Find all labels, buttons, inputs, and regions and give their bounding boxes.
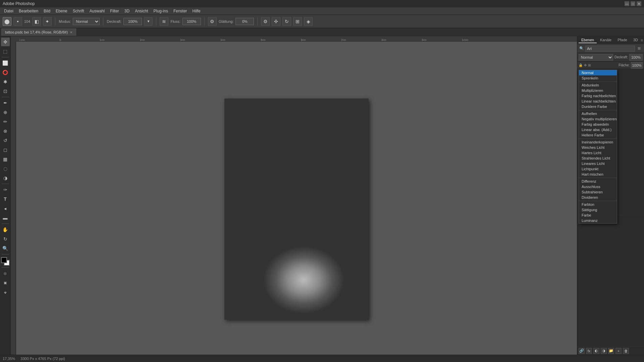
blend-option-differenz[interactable]: Differenz [579,179,617,184]
adjustment-btn[interactable]: ◑ [601,348,607,354]
tab-3d[interactable]: 3D [631,37,641,43]
deckraft-pressure-btn[interactable]: ▼ [144,17,153,26]
stamp-tool[interactable]: ⊗ [1,127,10,135]
fluss-input[interactable]: 100% [182,18,201,25]
close-button[interactable]: ✕ [637,1,641,6]
hand-tool[interactable]: ✋ [1,225,10,234]
brush-tool[interactable]: ✏ [1,117,10,126]
quick-mask-tool[interactable]: ◎ [1,269,10,278]
group-btn[interactable]: 📁 [608,348,614,354]
lasso-tool[interactable]: ⭕ [1,68,10,77]
glattung-icon[interactable]: ⚙ [208,17,217,26]
menu-ansicht[interactable]: Ansicht [132,8,151,14]
opacity-input[interactable]: 100% [629,54,643,61]
deckraft-input[interactable]: 100% [123,18,142,25]
gradient-tool[interactable]: ▦ [1,155,10,164]
link-layers-btn[interactable]: 🔗 [579,348,585,354]
blend-option-subtrahieren[interactable]: Subtrahieren [579,189,617,195]
blend-option-farbe[interactable]: Farbe [579,213,617,218]
brush-tool-icon[interactable]: ⬤ [3,17,11,26]
blend-option-negativ-multiplizieren[interactable]: Negativ multiplizieren [579,116,617,122]
eraser-mode-btn[interactable]: ◈ [304,17,313,26]
blur-tool[interactable]: ◌ [1,164,10,173]
pen-tool[interactable]: ✑ [1,185,10,194]
rotate-view-tool[interactable]: ↻ [1,235,10,243]
menu-hilfe[interactable]: Hilfe [190,8,203,14]
layer-style-btn[interactable]: fx [586,348,592,354]
blend-mode-select[interactable]: Normal Multiplizieren Bildschirm [579,54,613,61]
zoom-tool[interactable]: 🔍 [1,244,10,253]
color-swatches[interactable] [1,257,10,266]
eyedropper-tool[interactable]: ✒ [1,99,10,107]
fill-input[interactable]: 100% [631,62,643,69]
mask-btn[interactable]: ◐ [593,348,599,354]
tab-ebenen[interactable]: Ebenen [579,37,597,43]
history-brush-tool[interactable]: ↺ [1,136,10,145]
blend-option-saettigung[interactable]: Sättigung [579,207,617,213]
extra-tool[interactable]: ⬙ [1,288,10,296]
panel-menu-btn[interactable]: ≡ [641,38,643,43]
menu-datei[interactable]: Datei [1,8,16,14]
menu-schrift[interactable]: Schrift [70,8,87,14]
extra-btn[interactable]: ⊞ [293,17,302,26]
filter-pixel-icon[interactable]: ⊞ [636,46,642,51]
flow-icon[interactable]: ≋ [160,17,168,26]
move-tool[interactable]: ✥ [1,38,10,46]
path-select-tool[interactable]: ◂ [1,204,10,213]
canvas-area[interactable]: -10001002003004005006007008009001000 [11,36,577,355]
canvas-content[interactable] [16,42,577,355]
foreground-color-swatch[interactable] [1,257,7,263]
artboard-tool[interactable]: ⬚ [1,47,10,56]
spot-heal-tool[interactable]: ⊕ [1,108,10,117]
blend-option-dividieren[interactable]: Dividieren [579,195,617,200]
quick-select-tool[interactable]: ✱ [1,77,10,86]
rotation-btn[interactable]: ↻ [282,17,291,26]
doc-tab-close[interactable]: ✕ [70,31,72,34]
crop-tool[interactable]: ⊡ [1,87,10,96]
brush-size-icon[interactable]: ● [13,17,22,26]
tab-pfade[interactable]: Pfade [615,37,630,43]
settings-btn[interactable]: ⚙ [261,17,270,26]
menu-bearbeiten[interactable]: Bearbeiten [16,8,41,14]
marquee-tool[interactable]: ⬜ [1,59,10,67]
blend-option-ausschluss[interactable]: Ausschluss [579,184,617,189]
menu-plugins[interactable]: Plug-ins [151,8,171,14]
menu-3d[interactable]: 3D [122,8,132,14]
menu-ebene[interactable]: Ebene [53,8,70,14]
screen-mode-tool[interactable]: ▣ [1,278,10,287]
new-layer-btn[interactable]: + [615,348,622,354]
minimize-button[interactable]: — [625,1,629,6]
dodge-tool[interactable]: ◑ [1,174,10,182]
brush-hardness-btn[interactable]: ◧ [32,17,41,26]
blend-option-farbig-nachbelichten[interactable]: Farbig nachbelichten [579,93,617,99]
delete-layer-btn[interactable]: 🗑 [623,348,629,354]
blend-option-sprenkeln[interactable]: Sprenkeln [579,75,617,81]
text-tool[interactable]: T [1,195,10,203]
blend-option-hart-mischen[interactable]: Hart mischen [579,172,617,177]
blend-option-luminanz[interactable]: Luminanz [579,218,617,223]
blend-option-dunklere-farbe[interactable]: Dunklere Farbe [579,104,617,109]
tab-kanaele[interactable]: Kanäle [597,37,614,43]
menu-auswahl[interactable]: Auswahl [87,8,107,14]
shape-tool[interactable]: ▬ [1,214,10,222]
glattung-input[interactable]: 0% [235,18,254,25]
blend-option-normal[interactable]: Normal [579,70,617,75]
modus-dropdown[interactable]: Normal [73,18,100,25]
layers-search-input[interactable] [585,46,635,52]
blend-option-strahlendes-licht[interactable]: Strahlendes Licht [579,156,617,161]
eraser-tool[interactable]: ◻ [1,145,10,154]
document-tab[interactable]: tattoo.psdc bei 17,4% (Rose, RGB/8#) ✕ [1,28,76,36]
menu-bild[interactable]: Bild [41,8,53,14]
blend-option-hartes-licht[interactable]: Hartes Licht [579,150,617,156]
blend-option-linear-abw[interactable]: Linear abw. (Add.) [579,127,617,132]
blend-option-abdunkeln[interactable]: Abdunkeln [579,82,617,88]
menu-fenster[interactable]: Fenster [171,8,190,14]
maximize-button[interactable]: □ [631,1,635,6]
menu-filter[interactable]: Filter [107,8,122,14]
blend-option-lineares-licht[interactable]: Lineares Licht [579,161,617,166]
blend-option-farbig-abwedeln[interactable]: Farbig abwedeln [579,122,617,127]
blend-option-ineinanderkopieren[interactable]: Ineinanderkopieren [579,139,617,145]
blend-option-aufhellen[interactable]: Aufhellen [579,111,617,116]
symmetry-btn[interactable]: ✣ [272,17,280,26]
blend-option-hellere-farbe[interactable]: Hellere Farbe [579,132,617,138]
